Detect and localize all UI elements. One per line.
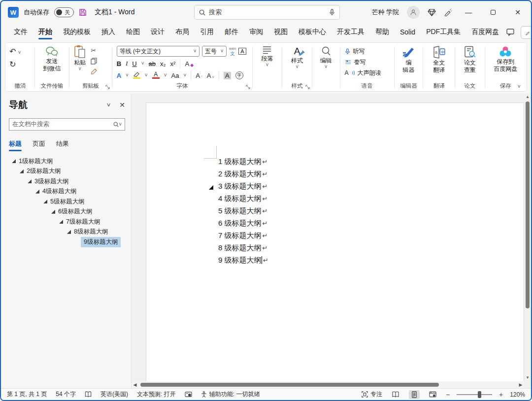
doc-line-9[interactable]: 9 级标题大纲↵ <box>218 256 268 268</box>
doc-line-2[interactable]: 2 级标题大纲↵ <box>218 169 268 182</box>
page-number-status[interactable]: 第 1 页, 共 1 页 <box>7 390 47 399</box>
language-status[interactable]: 英语(美国) <box>100 390 128 399</box>
paste-button[interactable]: 粘贴 ˅ <box>71 44 89 71</box>
clear-formatting-button[interactable]: A◆ <box>185 60 194 67</box>
nav-close-icon[interactable]: ✕ <box>119 101 125 109</box>
collapse-triangle-icon[interactable] <box>20 169 24 173</box>
vertical-scrollbar[interactable]: ▲ ▼ <box>524 94 531 381</box>
nav-options-chevron-icon[interactable]: ˅ <box>107 101 111 109</box>
nav-tab-headings[interactable]: 标题 <box>9 139 22 151</box>
tab-file[interactable]: 文件 <box>9 25 33 40</box>
font-name-combobox[interactable]: 等线 (中文正文) ˅ <box>117 46 200 57</box>
nav-heading-5[interactable]: 5级标题大纲 <box>9 197 125 207</box>
text-effects-button[interactable]: A <box>117 72 121 79</box>
vertical-scroll-thumb[interactable] <box>526 101 530 308</box>
change-case-button[interactable]: Aa <box>171 72 179 79</box>
horizontal-scrollbar[interactable]: ◀ ▶ <box>132 381 524 388</box>
scroll-left-icon[interactable]: ◀ <box>132 381 138 388</box>
nav-heading-2[interactable]: 2级标题大纲 <box>9 167 125 177</box>
search-box[interactable]: 搜索 <box>194 5 340 20</box>
editor-button[interactable]: 编 辑器 <box>399 44 419 73</box>
autosave-toggle[interactable]: 关 <box>54 7 74 17</box>
doc-line-3[interactable]: 3 级标题大纲↵ <box>218 182 268 194</box>
nav-heading-9[interactable]: 9级标题大纲 <box>9 237 125 247</box>
highlight-button[interactable] <box>133 72 140 79</box>
translate-button[interactable]: a 中 全文 翻译 <box>429 44 449 73</box>
collapse-triangle-icon[interactable] <box>43 200 47 203</box>
nav-tab-results[interactable]: 结果 <box>56 139 69 151</box>
scroll-up-icon[interactable]: ▲ <box>524 94 531 100</box>
minimize-button[interactable]: — <box>460 8 477 16</box>
tab-layout[interactable]: 布局 <box>170 25 194 40</box>
proofing-book-icon[interactable] <box>85 391 92 398</box>
accessibility-status[interactable]: 辅助功能: 一切就绪 <box>201 390 260 399</box>
text-prediction-status[interactable]: 文本预测: 打开 <box>137 390 176 399</box>
editing-button[interactable]: 编辑 ˅ <box>317 44 335 69</box>
tab-baidu-pan[interactable]: 百度网盘 <box>466 25 504 40</box>
tab-draw[interactable]: 绘图 <box>121 25 145 40</box>
save-icon[interactable] <box>79 8 87 16</box>
phonetic-guide-button[interactable]: wén 文 <box>229 46 236 56</box>
nav-search-input[interactable]: 在文档中搜索 ˅ <box>9 118 125 131</box>
redo-button[interactable]: ↻ <box>9 60 21 69</box>
character-border-button[interactable]: A <box>238 48 246 55</box>
tab-solid[interactable]: Solid <box>395 25 420 40</box>
italic-button[interactable]: I <box>126 60 128 67</box>
tab-help[interactable]: 帮助 <box>370 25 394 40</box>
font-size-combobox[interactable]: 五号 ˅ <box>202 46 227 57</box>
dialog-launcher-icon[interactable] <box>305 85 310 89</box>
doc-line-8[interactable]: 8 级标题大纲↵ <box>218 243 268 256</box>
tab-pdf-tools[interactable]: PDF工具集 <box>421 25 466 40</box>
tab-my-templates[interactable]: 我的模板 <box>58 25 96 40</box>
comments-icon[interactable] <box>506 28 516 37</box>
read-mode-button[interactable] <box>389 390 402 399</box>
doc-line-1[interactable]: 1 级标题大纲↵ <box>218 157 268 169</box>
bold-button[interactable]: B <box>117 60 121 67</box>
dictate-mic-icon[interactable] <box>329 9 335 16</box>
nav-heading-6[interactable]: 6级标题大纲 <box>9 207 125 217</box>
nav-heading-7[interactable]: 7级标题大纲 <box>9 217 125 227</box>
tab-view[interactable]: 视图 <box>269 25 293 40</box>
account-name[interactable]: 芒种 学院 <box>371 8 399 17</box>
character-shading-button[interactable]: A <box>224 72 231 79</box>
underline-button[interactable]: U <box>132 60 136 67</box>
collapse-triangle-icon[interactable] <box>12 159 16 163</box>
collapse-triangle-icon[interactable] <box>67 230 71 234</box>
nav-tab-pages[interactable]: 页面 <box>33 139 45 151</box>
save-to-baidu-pan-button[interactable]: 保存到 百度网盘 <box>491 44 520 72</box>
tab-developer[interactable]: 开发工具 <box>332 25 369 40</box>
styles-button[interactable]: A 样式 ˅ <box>288 44 306 69</box>
document-page[interactable] <box>146 102 524 381</box>
format-painter-icon[interactable] <box>91 68 98 75</box>
tab-references[interactable]: 引用 <box>195 25 219 40</box>
read-aloud-button[interactable]: A 大声朗读 <box>345 67 381 78</box>
doc-line-7[interactable]: 7 级标题大纲↵ <box>218 231 268 243</box>
doc-line-6[interactable]: 6 级标题大纲↵ <box>218 219 268 231</box>
subscript-button[interactable]: x₂ <box>160 60 166 67</box>
premium-diamond-icon[interactable] <box>428 9 436 16</box>
focus-mode-button[interactable]: 专注 <box>362 390 382 399</box>
zoom-slider-thumb[interactable] <box>478 391 481 398</box>
copy-icon[interactable] <box>91 58 98 65</box>
editing-mode-button[interactable]: 编辑 ˅ <box>521 26 532 39</box>
zoom-out-button[interactable]: − <box>446 391 450 399</box>
shrink-font-button[interactable]: A˅ <box>207 72 214 79</box>
collapse-ribbon-icon[interactable]: ˅ <box>518 83 521 89</box>
dialog-launcher-icon[interactable] <box>105 85 110 89</box>
strikethrough-button[interactable]: ab <box>149 60 156 67</box>
paragraph-button[interactable]: 段落 ˅ <box>258 44 276 67</box>
tab-review[interactable]: 审阅 <box>244 25 268 40</box>
recording-icon[interactable] <box>185 391 192 398</box>
nav-heading-8[interactable]: 8级标题大纲 <box>9 227 125 237</box>
cut-icon[interactable]: ✂ <box>91 47 98 54</box>
collapse-triangle-icon[interactable] <box>35 190 39 194</box>
undo-button[interactable]: ↶ ˅ <box>9 47 21 56</box>
font-color-button[interactable]: A <box>152 72 160 79</box>
horizontal-scroll-thumb[interactable] <box>140 383 439 387</box>
send-to-wechat-button[interactable]: 发送 到微信 <box>40 44 64 72</box>
tab-home[interactable]: 开始 <box>33 25 57 40</box>
doc-line-5[interactable]: 5 级标题大纲↵ <box>218 206 268 219</box>
word-count-status[interactable]: 54 个字 <box>56 390 76 399</box>
scroll-right-icon[interactable]: ▶ <box>517 381 524 388</box>
tab-mailings[interactable]: 邮件 <box>220 25 243 40</box>
